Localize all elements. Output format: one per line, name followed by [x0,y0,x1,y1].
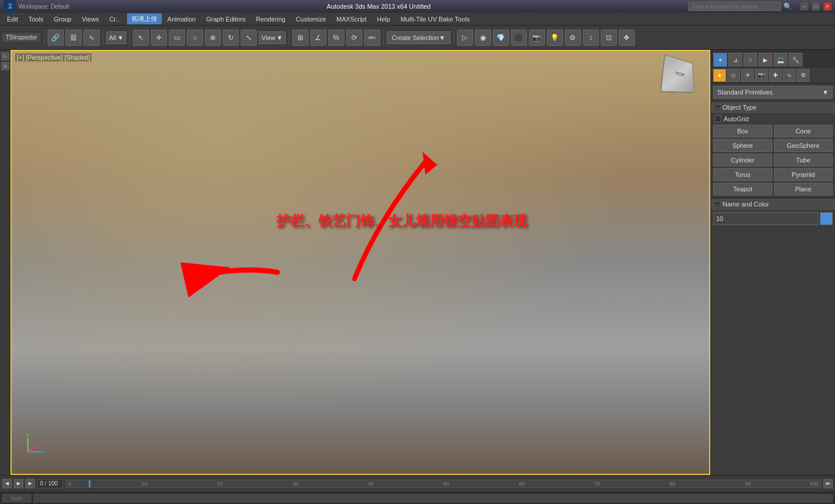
light-tool[interactable]: ☀ [741,69,754,82]
sphere-button[interactable]: Sphere [713,139,772,152]
system-tool[interactable]: ⚙ [797,69,809,82]
ts-inspector-label[interactable]: TSInspector [2,33,41,42]
left-tool-1[interactable]: ▷ [1,52,9,60]
timeline-track[interactable]: 0 10 20 30 40 50 60 70 80 90 100 [66,480,821,488]
spinner-snap[interactable]: ⟳ [346,30,362,46]
primitives-dropdown[interactable]: Standard Primitives ▼ [713,86,833,99]
pivot-tool[interactable]: ⊕ [205,30,221,46]
panel-tab-hierarchy[interactable]: ⑃ [743,53,757,67]
search-input[interactable] [688,2,781,11]
menu-tuojing[interactable]: 拓境上传 [127,13,162,24]
camera-tool[interactable]: 📷 [755,69,768,82]
anim-keys-row: keys [0,491,835,504]
timeline-area: ◀ ▶ ▶ 0 / 100 0 10 20 30 40 50 60 70 80 … [0,475,835,504]
cylinder-button[interactable]: Cylinder [713,154,772,166]
panel-tab-motion[interactable]: ▶ [758,53,772,67]
bind-tool[interactable]: ∿ [84,30,100,46]
plane-button[interactable]: Plane [774,183,833,195]
select-move[interactable]: ✛ [151,30,167,46]
object-type-header[interactable]: – Object Type [711,101,835,113]
menu-group[interactable]: Group [49,14,77,24]
geosphere-button[interactable]: GeoSphere [774,139,833,152]
menu-create[interactable]: Cr... [104,14,125,24]
autogrid-label: AutoGrid [724,115,749,122]
title-bar-controls[interactable]: 🔍 – □ ✕ [688,2,832,11]
select-region-circle[interactable]: ○ [187,30,203,46]
view-dropdown[interactable]: View ▼ [259,31,286,44]
material-editor[interactable]: 💎 [493,30,509,46]
app-logo: 3 [3,0,16,13]
collapse-icon[interactable]: – [714,104,720,110]
extra-tool-3[interactable]: ⊡ [601,30,617,46]
create-selection-button[interactable]: Create Selection ▼ [387,31,451,44]
color-swatch[interactable] [820,212,833,225]
menu-rendering[interactable]: Rendering [251,14,290,24]
name-input[interactable] [713,212,818,225]
unlink-tool[interactable]: ⛓ [66,30,82,46]
maximize-button[interactable]: □ [812,2,820,10]
torus-button[interactable]: Torus [713,168,772,181]
end-btn[interactable]: ⏭ [823,479,833,488]
panel-tab-modify[interactable]: ⊿ [728,53,742,67]
menu-graph-editors[interactable]: Graph Editors [201,14,250,24]
extra-tool-1[interactable]: ⚙ [565,30,581,46]
panel-tab-display[interactable]: 💻 [774,53,787,67]
left-tool-2[interactable]: ◎ [1,62,9,70]
close-button[interactable]: ✕ [823,2,832,10]
menu-views[interactable]: Views [77,14,103,24]
cone-button[interactable]: Cone [774,125,833,137]
panel-tab-utilities[interactable]: 🔧 [789,53,803,67]
menu-customize[interactable]: Customize [291,14,331,24]
timeline-controls: ◀ ▶ ▶ 0 / 100 0 10 20 30 40 50 60 70 80 … [0,475,835,491]
svg-marker-2 [423,152,437,175]
frame-counter: 0 / 100 [37,479,63,488]
navigation-cube[interactable]: TOP [663,57,703,97]
prev-frame-btn[interactable]: ◀ [2,479,12,488]
teapot-button[interactable]: Teapot [713,183,772,195]
pyramid-button[interactable]: Pyramid [774,168,833,181]
helper-tool[interactable]: ✚ [769,69,782,82]
menu-maxscript[interactable]: MAXScript [332,14,371,24]
next-frame-btn[interactable]: ▶ [26,479,35,488]
rotate-tool[interactable]: ↻ [223,30,239,46]
menu-tools[interactable]: Tools [24,14,48,24]
select-region-rect[interactable]: ▭ [169,30,185,46]
render-frame[interactable]: ▷ [457,30,473,46]
geometry-tool[interactable]: ● [713,69,726,82]
select-tool[interactable]: ↖ [133,30,149,46]
object-type-label: Object Type [723,104,757,111]
scale-tool[interactable]: ⤡ [241,30,257,46]
search-icon[interactable]: 🔍 [783,2,792,10]
camera-tool[interactable]: 📷 [529,30,545,46]
name-input-row [713,212,833,225]
snap-toggle[interactable]: ⊞ [292,30,308,46]
link-tool[interactable]: 🔗 [48,30,64,46]
box-button[interactable]: Box [713,125,772,137]
extra-tool-4[interactable]: ❖ [619,30,635,46]
menu-multi-tile[interactable]: Multi-Tile UV Bake Tools [396,14,474,24]
name-color-header[interactable]: – Name and Color [711,198,835,210]
menu-edit[interactable]: Edit [2,14,23,24]
shape-tool[interactable]: ◇ [727,69,740,82]
percent-snap[interactable]: % [328,30,344,46]
viewport-main[interactable]: [+] [Perspective] [Shaded] [10,50,710,475]
play-btn[interactable]: ▶ [14,479,23,488]
light-tool[interactable]: 💡 [547,30,563,46]
minimize-button[interactable]: – [800,2,808,10]
menu-help[interactable]: Help [372,14,395,24]
menu-animation[interactable]: Animation [163,14,201,24]
arrow-annotations [12,51,709,474]
tube-button[interactable]: Tube [774,154,833,166]
anim-keys-track [34,494,833,502]
panel-tab-create[interactable]: ✦ [713,53,727,67]
abc-tool[interactable]: abc [364,30,380,46]
angle-snap[interactable]: ∠ [310,30,326,46]
selection-filter-dropdown[interactable]: All ▼ [106,31,126,44]
object-type-section: – Object Type AutoGrid Box Cone Sphere G… [711,101,835,198]
autogrid-checkbox[interactable] [714,115,721,122]
render-scene[interactable]: ◉ [475,30,491,46]
spacewarp-tool[interactable]: ∿ [783,69,796,82]
collapse-icon[interactable]: – [714,201,720,207]
render-to-texture[interactable]: ⬛ [511,30,527,46]
extra-tool-2[interactable]: ↕ [583,30,599,46]
